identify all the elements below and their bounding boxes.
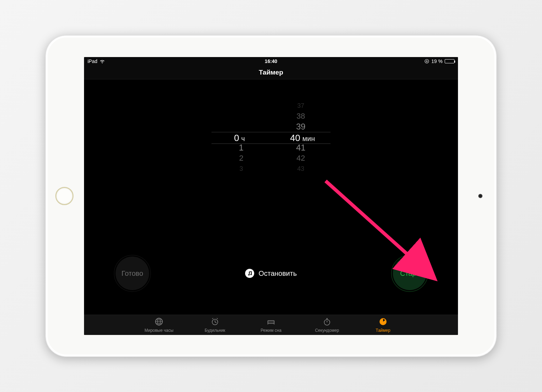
picker-minute-item: 38 xyxy=(297,111,305,121)
tab-label: Мировые часы xyxy=(145,328,174,333)
tab-alarm[interactable]: Будильник xyxy=(196,317,234,335)
tab-bar: Мировые часы Будильник Режим сна Секундо… xyxy=(84,315,458,335)
picker-minute-item: 43 xyxy=(297,163,304,174)
battery-icon xyxy=(445,59,454,63)
front-camera xyxy=(478,194,482,198)
music-icon xyxy=(245,269,254,278)
wifi-icon xyxy=(99,59,105,63)
picker-minutes-selected: 40 мин xyxy=(282,133,324,144)
globe-icon xyxy=(154,317,164,327)
status-time: 16:40 xyxy=(265,58,277,64)
svg-line-9 xyxy=(215,322,216,323)
start-button-label: Старт xyxy=(400,270,419,278)
controls-row: Готово Остановить Старт xyxy=(84,257,458,290)
tab-timer[interactable]: Таймер xyxy=(364,317,402,335)
picker-hours-selected: 0 ч xyxy=(218,133,260,144)
when-timer-ends-row[interactable]: Остановить xyxy=(245,269,297,278)
bed-icon xyxy=(266,317,276,327)
picker-hour-item: 3 xyxy=(239,163,243,174)
picker-minute-item: 39 xyxy=(296,121,306,132)
cancel-button-label: Готово xyxy=(121,270,143,278)
status-bar: iPad 16:40 19 % xyxy=(84,57,458,65)
alarm-clock-icon xyxy=(210,317,220,327)
orientation-lock-icon xyxy=(424,59,429,64)
tab-label: Режим сна xyxy=(260,328,282,333)
sound-label: Остановить xyxy=(258,270,297,278)
picker-minute-item: 41 xyxy=(296,142,306,153)
tab-label: Таймер xyxy=(376,328,390,333)
picker-minute-item: 42 xyxy=(297,153,305,163)
hours-unit: ч xyxy=(241,135,245,143)
tab-bedtime[interactable]: Режим сна xyxy=(252,317,290,335)
svg-point-0 xyxy=(425,59,429,63)
page-title: Таймер xyxy=(84,65,458,79)
status-right: 19 % xyxy=(424,58,454,64)
status-left: iPad xyxy=(88,58,105,64)
cancel-button[interactable]: Готово xyxy=(116,257,149,290)
picker-hour-item: 1 xyxy=(239,142,243,153)
ipad-frame: iPad 16:40 19 % Таймер xyxy=(45,35,497,357)
battery-percent: 19 % xyxy=(431,58,443,64)
svg-line-10 xyxy=(212,318,213,319)
minutes-value: 40 xyxy=(290,133,300,144)
home-button[interactable] xyxy=(55,187,74,205)
tab-world-clock[interactable]: Мировые часы xyxy=(140,317,178,335)
picker-hour-item: 2 xyxy=(239,153,243,163)
timer-icon xyxy=(378,317,388,327)
picker-selected-row: 0 ч 40 мин xyxy=(211,132,331,144)
stopwatch-icon xyxy=(322,317,332,327)
time-picker[interactable]: 1 2 3 37 38 39 41 42 43 0 xyxy=(211,100,331,174)
device-label: iPad xyxy=(88,58,97,64)
svg-line-11 xyxy=(217,318,218,319)
hours-value: 0 xyxy=(234,133,239,144)
tab-label: Будильник xyxy=(205,328,225,333)
screen: iPad 16:40 19 % Таймер xyxy=(84,57,458,335)
picker-minute-item: 37 xyxy=(297,100,304,111)
tab-stopwatch[interactable]: Секундомер xyxy=(308,317,346,335)
tab-label: Секундомер xyxy=(315,328,339,333)
minutes-unit: мин xyxy=(302,135,315,143)
timer-main: 1 2 3 37 38 39 41 42 43 0 xyxy=(84,79,458,315)
start-button[interactable]: Старт xyxy=(393,257,426,290)
